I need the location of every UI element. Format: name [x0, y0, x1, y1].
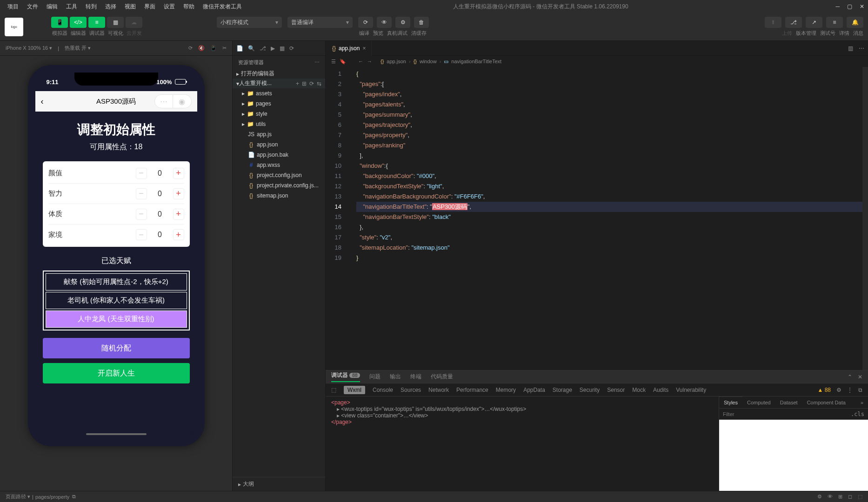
menu-project[interactable]: 项目: [4, 1, 22, 12]
file-project-config[interactable]: {}project.config.json: [233, 170, 325, 180]
message-button[interactable]: 🔔: [847, 17, 863, 28]
open-editors-section[interactable]: ▸ 打开的编辑器: [233, 69, 325, 79]
close-tab-icon[interactable]: ×: [362, 45, 366, 52]
menu-help[interactable]: 帮助: [180, 1, 198, 12]
compile-select[interactable]: 普通编译▾: [287, 17, 353, 28]
project-root[interactable]: ▾ 人生重开模...+⊞⟳⇆: [233, 79, 325, 88]
outline-toggle-icon[interactable]: ☰: [331, 59, 336, 65]
new-folder-icon[interactable]: ⊞: [302, 80, 307, 87]
devtools-tab-debugger[interactable]: 调试器 88: [331, 371, 360, 382]
devtools-more-icon[interactable]: ⋮: [847, 387, 853, 393]
devtools-tab-problems[interactable]: 问题: [369, 373, 381, 381]
element-view[interactable]: ▸ <view class="container">…</view>: [331, 412, 713, 419]
statusbar-icon-3[interactable]: ⊞: [838, 494, 842, 500]
clear-cache-button[interactable]: 🗑: [414, 17, 429, 28]
explorer-tab-icon[interactable]: 📄: [236, 45, 243, 52]
subtab-security[interactable]: Security: [580, 387, 600, 393]
compile-button[interactable]: ⟳: [358, 17, 373, 28]
styles-tabs-overflow-icon[interactable]: »: [856, 396, 868, 408]
styles-tab-computed[interactable]: Computed: [742, 396, 775, 408]
start-button[interactable]: 开启新人生: [43, 363, 190, 383]
devtools-settings-icon[interactable]: ⚙: [836, 387, 841, 393]
devtools-collapse-icon[interactable]: ⌃: [848, 374, 852, 380]
tab-app-json[interactable]: {} app.json ×: [327, 41, 372, 56]
detail-button[interactable]: ≡: [826, 17, 843, 28]
cut-icon[interactable]: ✂: [222, 45, 227, 51]
testnum-button[interactable]: ↗: [806, 17, 822, 28]
preview-button[interactable]: 👁: [377, 17, 392, 28]
file-app-json[interactable]: {}app.json: [233, 139, 325, 150]
styles-tab-component[interactable]: Component Data: [802, 396, 850, 408]
subtab-appdata[interactable]: AppData: [523, 387, 545, 393]
talent-item[interactable]: 人中龙凤 (天生双重性别): [46, 310, 187, 328]
statusbar-icon-2[interactable]: 👁: [828, 494, 833, 500]
new-file-icon[interactable]: +: [296, 80, 299, 87]
subtab-network[interactable]: Network: [428, 387, 449, 393]
git-icon[interactable]: ⎇: [260, 45, 266, 52]
statusbar-icon-1[interactable]: ⚙: [817, 494, 822, 500]
subtab-sensor[interactable]: Sensor: [607, 387, 625, 393]
split-icon[interactable]: ▥: [848, 45, 853, 52]
subtab-vulnerability[interactable]: Vulnerability: [676, 387, 706, 393]
warnings-badge[interactable]: ▲ 88: [817, 387, 831, 393]
refresh-explorer-icon[interactable]: ⟳: [289, 45, 294, 52]
menu-edit[interactable]: 编辑: [43, 1, 61, 12]
devtools-tab-output[interactable]: 输出: [390, 373, 401, 381]
styles-tab-styles[interactable]: Styles: [719, 396, 742, 408]
rotate-icon[interactable]: 📱: [210, 45, 217, 51]
file-app-json-bak[interactable]: 📄app.json.bak: [233, 150, 325, 160]
plus-button[interactable]: +: [173, 188, 184, 199]
mute-icon[interactable]: 🔇: [198, 45, 205, 51]
file-project-private-config[interactable]: {}project.private.config.js...: [233, 180, 325, 191]
folder-pages[interactable]: ▸ 📁pages: [233, 99, 325, 109]
breadcrumb-file[interactable]: app.json: [387, 59, 406, 64]
device-selector[interactable]: iPhone X 100% 16 ▾: [6, 45, 52, 51]
debugger-button[interactable]: ≡: [88, 17, 105, 28]
extension-icon[interactable]: ▦: [280, 45, 285, 52]
debug-icon[interactable]: ▶: [271, 45, 275, 52]
menu-wechat-devtools[interactable]: 微信开发者工具: [199, 1, 246, 12]
random-button[interactable]: 随机分配: [43, 338, 190, 358]
code-lines[interactable]: { "pages":[ "pages/index", "pages/talent…: [349, 67, 862, 370]
nav-back-icon[interactable]: ←: [358, 59, 363, 64]
element-page-close[interactable]: </page>: [331, 419, 713, 425]
devtools-close-icon[interactable]: ✕: [858, 374, 862, 380]
menu-settings[interactable]: 设置: [160, 1, 179, 12]
maximize-icon[interactable]: ▢: [847, 3, 852, 10]
capsule-close-icon[interactable]: ◉: [173, 94, 192, 108]
menu-view[interactable]: 视图: [121, 1, 140, 12]
cls-toggle[interactable]: .cls: [847, 411, 868, 417]
menu-ui[interactable]: 界面: [140, 1, 159, 12]
inspect-icon[interactable]: ⬚: [331, 387, 336, 393]
menu-select[interactable]: 选择: [101, 1, 120, 12]
visualize-button[interactable]: ▦: [107, 17, 124, 28]
back-icon[interactable]: ‹: [41, 97, 44, 106]
simulator-button[interactable]: 📱: [51, 17, 68, 28]
folder-assets[interactable]: ▸ 📁assets: [233, 88, 325, 99]
subtab-performance[interactable]: Performance: [456, 387, 488, 393]
file-app-js[interactable]: JSapp.js: [233, 129, 325, 139]
menu-file[interactable]: 文件: [23, 1, 42, 12]
devtools-tab-terminal[interactable]: 终端: [410, 373, 421, 381]
styles-content[interactable]: [719, 420, 868, 491]
version-button[interactable]: ⎇: [785, 17, 802, 28]
explorer-more-icon[interactable]: ⋯: [314, 59, 320, 66]
menu-tools[interactable]: 工具: [62, 1, 81, 12]
refresh-files-icon[interactable]: ⟳: [309, 80, 314, 87]
editor-button[interactable]: </>: [70, 17, 87, 28]
minus-button[interactable]: −: [136, 188, 147, 199]
talent-item[interactable]: 老司机 (你和家人不会发生车祸): [46, 292, 187, 309]
styles-filter-input[interactable]: [719, 411, 847, 417]
statusbar-icon-5[interactable]: ⬚: [858, 494, 862, 500]
talent-item[interactable]: 献祭 (初始可用属性点-2，快乐+2): [46, 273, 187, 291]
statusbar-icon-4[interactable]: ◻: [848, 494, 852, 500]
plus-button[interactable]: +: [173, 229, 184, 240]
close-icon[interactable]: ✕: [860, 3, 864, 10]
code-editor[interactable]: 12345678910111213141516171819 { "pages":…: [326, 67, 868, 370]
file-app-wxss[interactable]: #app.wxss: [233, 160, 325, 170]
subtab-memory[interactable]: Memory: [496, 387, 516, 393]
file-sitemap[interactable]: {}sitemap.json: [233, 191, 325, 201]
device-debug-button[interactable]: ⚙: [395, 17, 410, 28]
outline-section[interactable]: ▸ 大纲: [233, 477, 325, 491]
subtab-wxml[interactable]: Wxml: [344, 386, 365, 394]
